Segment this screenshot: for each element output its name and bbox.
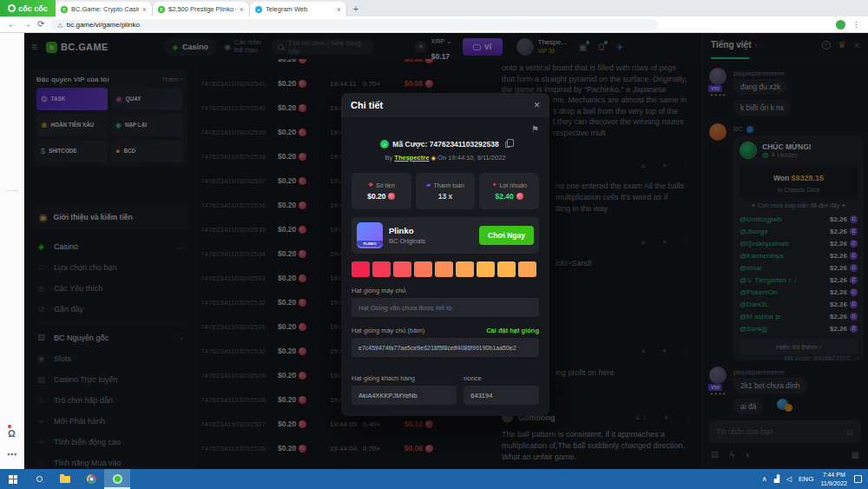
stat-icon: ✦ [492,182,497,188]
gear-icon[interactable] [0,36,23,58]
share-icon[interactable]: ⚑ [531,124,539,134]
server-seed-hash-value[interactable]: e7c459474fa77ae5ce9e6218f5f8ceff4086f991… [352,338,539,357]
crown-icon[interactable] [0,102,23,123]
history-icon[interactable] [0,58,23,80]
more-icon[interactable]: ⋯ [7,444,16,466]
site-security-icon[interactable]: △ [57,22,62,28]
stat-amount: ❖ Số tiền $0.20 [352,173,411,209]
multiplier-chip [352,261,370,277]
server-seed-value[interactable]: Hạt Giống vẫn chưa được tiết lộ. [352,298,539,317]
nonce-label: nonce [464,374,481,382]
tray-expand-icon[interactable]: ∧ [762,475,767,483]
tab-favicon: B [61,6,68,13]
client-seed-label: Hạt giống khách hàng [352,374,415,382]
multiplier-chip [518,261,536,277]
language-indicator[interactable]: ENG [799,475,813,483]
game-card: PLINKO Plinko BC Originals Chơi Ngay [352,217,539,254]
time-value: 7:44 PM [823,472,845,478]
volume-icon[interactable]: ◁ [786,475,792,483]
messenger-icon[interactable] [0,123,23,145]
new-tab-button[interactable]: + [347,0,365,17]
verified-shield-icon: ✓ [380,140,389,149]
network-icon[interactable]: ▟ [774,475,779,483]
url-bar[interactable]: △ bc.game/vi/game/plinko [50,19,658,30]
browser-address-bar: ← → ⟳ △ bc.game/vi/game/plinko ⋮ [0,17,868,33]
server-seed-label: Hạt giống máy chủ [352,287,406,294]
stat-icon: ❖ [368,182,373,188]
multiplier-chip [497,261,516,277]
clock[interactable]: 7:44 PM 11/9/2022 [820,471,847,486]
forward-icon[interactable]: → [23,20,31,29]
tab-close-icon[interactable]: × [142,5,147,14]
play-now-button[interactable]: Chơi Ngay [479,226,534,245]
browser-side-strip: Ω ⋯ [0,33,24,469]
browser-tab-bar: cốc cốc B BC.Game: Crypto Casino Ga... ×… [0,0,868,17]
coccoc-logo-icon [8,4,16,12]
game-provider: BC Originals [389,237,425,245]
reading-list-icon[interactable] [0,80,23,102]
brand-label: cốc cốc [18,4,48,13]
coccoc-brand: cốc cốc [0,0,56,17]
bet-author-row: By Thespectre ◉ On 19:44:10, 9/11/2022 [352,154,539,162]
hjv-icon[interactable] [0,323,23,345]
bet-id-value: Mã Cược: 74762341103292538 [392,140,498,149]
action-center-icon[interactable] [854,475,862,483]
browser-menu-icon[interactable]: ⋮ [852,20,860,29]
facebook-icon[interactable] [0,236,23,258]
tab-close-icon[interactable]: × [337,5,341,14]
multiplier-chip [435,261,453,277]
address-bar-actions: ⋮ [801,20,860,30]
add-shortcut-icon[interactable] [0,193,23,215]
nonce-value[interactable]: 643194 [464,386,539,405]
bettor-username[interactable]: Thespectre [394,154,429,162]
zalo-icon[interactable] [0,145,23,167]
date-value: 11/9/2022 [820,480,847,486]
file-explorer-icon[interactable] [52,469,78,489]
tab-favicon: ▸ [255,6,262,13]
plinko-thumbnail: PLINKO [357,222,383,248]
stat-value: $2.40 [496,192,514,201]
stat-icon: ▰ [426,182,431,188]
badminton-icon[interactable] [0,301,23,323]
reload-icon[interactable]: ⟳ [37,20,44,29]
divider [6,190,18,191]
games-icon[interactable] [0,167,23,188]
store-icon[interactable] [0,280,23,301]
notifications-bell-icon[interactable]: Ω [7,422,16,444]
multiplier-chip [393,261,411,277]
tab-favicon: B [158,6,165,13]
game-name: Plinko [389,226,425,236]
tab-telegram[interactable]: ▸ Telegram Web × [250,2,347,17]
modal-close-icon[interactable]: × [534,99,540,111]
chrome-icon[interactable] [78,469,104,489]
stat-profit: ✦ Lợi nhuận $2.40 [479,173,539,209]
client-seed-value[interactable]: AkiA4XKKPJMYeNb [352,386,457,405]
coin-icon [388,193,395,200]
copy-icon[interactable] [505,142,510,148]
multiplier-chip [372,261,391,277]
server-seed-hash-label: Hạt giống máy chủ (băm) [352,327,424,334]
shopee-icon[interactable] [0,258,23,280]
modal-title: Chi tiết [351,100,534,110]
stat-value: 13 x [438,192,453,201]
bet-details-modal: Chi tiết × ⚑ ✓ Mã Cược: 7476234110329253… [341,93,549,416]
stat-payout-mult: ▰ Thanh toán 13 x [416,173,476,209]
profile-avatar[interactable] [836,20,845,30]
coccoc-taskbar-icon[interactable] [104,469,130,489]
youtube-icon[interactable] [0,215,23,236]
start-button[interactable] [0,469,26,489]
url-text: bc.game/vi/game/plinko [67,21,140,29]
tab-bcgame[interactable]: B BC.Game: Crypto Casino Ga... × [56,2,153,17]
back-icon[interactable]: ← [8,20,16,29]
taskbar-search-icon[interactable] [26,469,52,489]
windows-taskbar: ∧ ▟ ◁ ENG 7:44 PM 11/9/2022 [0,469,868,489]
multiplier-chip [456,261,474,277]
multiplier-chip [477,261,495,277]
modal-header: Chi tiết × [341,93,549,117]
stat-value: $0.20 [367,192,385,201]
tab-plinko-challenge[interactable]: B $2,500 Prestige Plinko Chall... × [153,2,250,17]
multiplier-strip [352,261,539,277]
tab-close-icon[interactable]: × [240,5,244,14]
bet-timestamp: On 19:44:10, 9/11/2022 [436,154,505,162]
set-seed-link[interactable]: Cài đặt hạt giống [486,327,539,334]
